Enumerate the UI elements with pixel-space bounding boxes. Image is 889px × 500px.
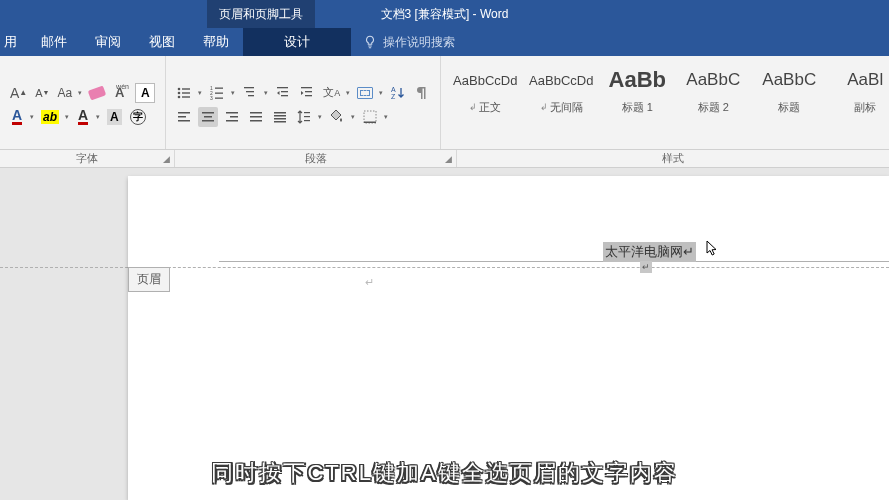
multilevel-list-button[interactable] — [240, 83, 260, 103]
grow-font-button[interactable]: A▲ — [8, 83, 29, 103]
chevron-down-icon[interactable]: ▾ — [63, 107, 70, 127]
svg-rect-3 — [182, 88, 190, 89]
svg-rect-34 — [250, 120, 262, 122]
align-right-button[interactable] — [222, 107, 242, 127]
character-shading-button[interactable]: A — [105, 107, 124, 127]
chevron-down-icon[interactable]: ▾ — [382, 107, 389, 127]
style-tile-1[interactable]: AaBbCcDd↲无间隔 — [527, 60, 595, 116]
svg-rect-32 — [250, 112, 262, 114]
show-hide-button[interactable] — [412, 83, 432, 103]
document-page[interactable]: 太平洋电脑网↵ ↵ ↵ — [128, 176, 889, 500]
svg-rect-39 — [304, 112, 310, 113]
style-tile-2[interactable]: AaBb标题 1 — [603, 60, 671, 116]
svg-point-1 — [178, 91, 181, 94]
chevron-down-icon[interactable]: ▾ — [28, 107, 35, 127]
svg-rect-23 — [178, 112, 190, 114]
chevron-down-icon[interactable]: ▾ — [344, 83, 351, 103]
clear-formatting-button[interactable] — [87, 83, 107, 103]
decrease-indent-button[interactable] — [273, 83, 293, 103]
svg-rect-28 — [202, 120, 214, 122]
style-name-label: 标题 — [778, 99, 800, 115]
tell-me-label: 操作说明搜索 — [383, 34, 455, 51]
chevron-down-icon[interactable]: ▾ — [196, 83, 203, 103]
shading-button[interactable] — [327, 107, 347, 127]
svg-rect-18 — [301, 87, 312, 88]
align-left-button[interactable] — [174, 107, 194, 127]
style-name-label: ↲正文 — [469, 99, 501, 115]
sort-button[interactable]: AZ — [388, 83, 408, 103]
svg-rect-43 — [364, 121, 376, 123]
title-bar: 页眉和页脚工具 文档3 [兼容模式] - Word — [0, 0, 889, 28]
distributed-button[interactable] — [270, 107, 290, 127]
dialog-launcher-icon[interactable]: ◢ — [442, 153, 454, 165]
svg-point-2 — [178, 95, 181, 98]
style-name-label: 副标 — [854, 99, 876, 115]
phonetic-guide-button[interactable]: wénA — [111, 83, 129, 103]
shrink-font-button[interactable]: A▼ — [33, 83, 51, 103]
header-selected-text[interactable]: 太平洋电脑网↵ — [603, 242, 696, 262]
align-center-button[interactable] — [198, 107, 218, 127]
style-sample: AaBbC — [762, 61, 816, 99]
chevron-down-icon[interactable]: ▾ — [262, 83, 269, 103]
svg-text:A: A — [391, 86, 396, 93]
tab-view[interactable]: 视图 — [135, 28, 189, 56]
svg-rect-26 — [202, 112, 214, 114]
chevron-down-icon[interactable]: ▾ — [94, 107, 101, 127]
line-spacing-button[interactable] — [294, 107, 314, 127]
text-direction-button[interactable]: 文A — [321, 83, 342, 103]
dialog-launcher-icon[interactable]: ◢ — [160, 153, 172, 165]
tab-help[interactable]: 帮助 — [189, 28, 243, 56]
header-region-tag: 页眉 — [128, 267, 170, 292]
document-workarea: 太平洋电脑网↵ ↵ ↵ 页眉 同时按下CTRL键加A键全选页眉的文字内容 — [0, 168, 889, 500]
header-boundary-left — [0, 267, 128, 268]
chevron-down-icon[interactable]: ▾ — [377, 83, 384, 103]
font-color-button[interactable]: A — [8, 107, 26, 127]
style-tile-4[interactable]: AaBbC标题 — [755, 60, 823, 116]
svg-rect-33 — [250, 116, 262, 118]
style-tile-3[interactable]: AaBbC标题 2 — [679, 60, 747, 116]
svg-text:Z: Z — [391, 93, 396, 100]
style-sample: AaBl — [847, 61, 883, 99]
svg-rect-40 — [304, 116, 310, 117]
contextual-tab-header-footer: 页眉和页脚工具 — [207, 0, 315, 28]
tell-me-search[interactable]: 操作说明搜索 — [363, 34, 455, 51]
svg-rect-9 — [215, 87, 223, 88]
chevron-down-icon[interactable]: ▾ — [316, 107, 323, 127]
ribbon: A▲ A▼ Aa▾ wénA A A▾ ab▾ A▾ A 字 ▾ 123▾ ▾ — [0, 56, 889, 150]
bullets-button[interactable] — [174, 83, 194, 103]
svg-rect-20 — [305, 95, 312, 96]
tab-mailings[interactable]: 邮件 — [27, 28, 81, 56]
character-border-button[interactable]: A — [133, 83, 157, 103]
enclose-characters-button[interactable]: 字 — [128, 107, 148, 127]
asian-layout-button[interactable] — [355, 83, 375, 103]
borders-button[interactable] — [360, 107, 380, 127]
style-name-label: ↲无间隔 — [540, 99, 583, 115]
tab-review[interactable]: 审阅 — [81, 28, 135, 56]
video-caption: 同时按下CTRL键加A键全选页眉的文字内容 — [0, 458, 889, 488]
justify-button[interactable] — [246, 107, 266, 127]
chevron-down-icon[interactable]: ▾ — [349, 107, 356, 127]
style-tile-0[interactable]: AaBbCcDd↲正文 — [451, 60, 519, 116]
style-sample: AaBbC — [686, 61, 740, 99]
increase-indent-button[interactable] — [297, 83, 317, 103]
tab-partial[interactable]: 用 — [0, 28, 27, 56]
styles-gallery[interactable]: AaBbCcDd↲正文AaBbCcDd↲无间隔AaBb标题 1AaBbC标题 2… — [441, 56, 889, 116]
tab-design[interactable]: 设计 — [243, 28, 351, 56]
ruler-icon — [357, 87, 373, 99]
svg-rect-29 — [226, 112, 238, 114]
svg-rect-38 — [274, 121, 286, 123]
highlight-button[interactable]: ab — [39, 107, 61, 127]
font-color-2-button[interactable]: A — [74, 107, 92, 127]
eraser-icon — [88, 85, 106, 100]
chevron-down-icon[interactable]: ▾ — [76, 83, 83, 103]
svg-rect-19 — [305, 91, 312, 92]
change-case-button[interactable]: Aa — [56, 83, 75, 103]
group-label-font: 字体 ◢ — [0, 150, 175, 167]
style-sample: AaBbCcDd — [453, 61, 517, 99]
chevron-down-icon[interactable]: ▾ — [229, 83, 236, 103]
group-label-paragraph: 段落 ◢ — [175, 150, 457, 167]
style-tile-5[interactable]: AaBl副标 — [831, 60, 889, 116]
numbering-button[interactable]: 123 — [207, 83, 227, 103]
bordered-a-icon: A — [135, 83, 155, 103]
svg-rect-11 — [215, 97, 223, 98]
